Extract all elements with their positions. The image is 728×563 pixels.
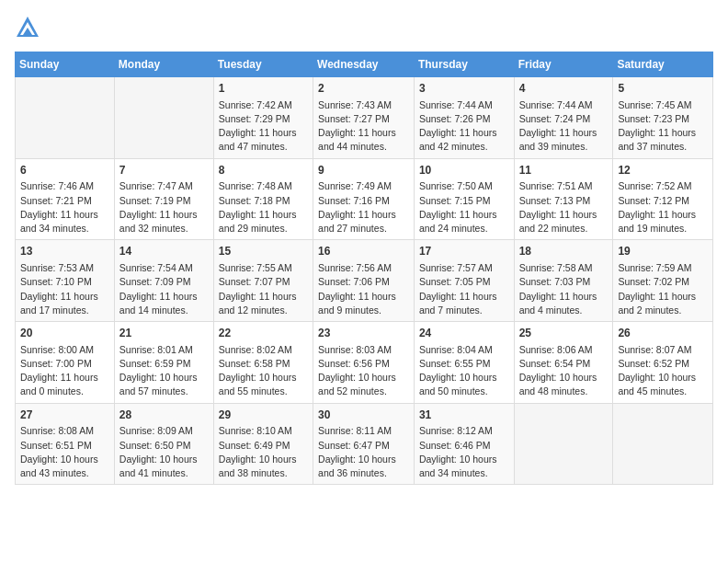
logo-icon xyxy=(15,15,40,40)
day-number: 14 xyxy=(119,244,209,259)
calendar-cell: 23Sunrise: 8:03 AM Sunset: 6:56 PM Dayli… xyxy=(313,322,415,404)
calendar-cell: 24Sunrise: 8:04 AM Sunset: 6:55 PM Dayli… xyxy=(414,322,514,404)
day-info: Sunrise: 7:43 AM Sunset: 7:27 PM Dayligh… xyxy=(318,98,409,155)
calendar-cell: 17Sunrise: 7:57 AM Sunset: 7:05 PM Dayli… xyxy=(414,240,514,322)
logo xyxy=(15,15,44,40)
calendar-cell: 30Sunrise: 8:11 AM Sunset: 6:47 PM Dayli… xyxy=(313,403,415,485)
calendar-week-row: 1Sunrise: 7:42 AM Sunset: 7:29 PM Daylig… xyxy=(16,77,713,159)
calendar-day-header: Saturday xyxy=(613,52,713,77)
calendar-header-row: SundayMondayTuesdayWednesdayThursdayFrid… xyxy=(16,52,713,77)
day-info: Sunrise: 7:49 AM Sunset: 7:16 PM Dayligh… xyxy=(318,179,409,236)
day-number: 24 xyxy=(419,326,509,341)
day-info: Sunrise: 7:57 AM Sunset: 7:05 PM Dayligh… xyxy=(419,261,509,317)
day-info: Sunrise: 8:01 AM Sunset: 6:59 PM Dayligh… xyxy=(119,343,209,399)
day-number: 16 xyxy=(318,244,409,259)
day-info: Sunrise: 7:59 AM Sunset: 7:02 PM Dayligh… xyxy=(618,261,708,317)
calendar-cell: 8Sunrise: 7:48 AM Sunset: 7:18 PM Daylig… xyxy=(213,158,313,240)
calendar-cell xyxy=(514,403,613,485)
calendar-cell xyxy=(613,403,713,485)
calendar-cell: 25Sunrise: 8:06 AM Sunset: 6:54 PM Dayli… xyxy=(514,322,613,404)
day-number: 7 xyxy=(119,163,209,178)
day-number: 12 xyxy=(618,163,708,178)
day-number: 17 xyxy=(419,244,509,259)
day-number: 11 xyxy=(519,163,609,178)
calendar-cell: 16Sunrise: 7:56 AM Sunset: 7:06 PM Dayli… xyxy=(313,240,415,322)
day-info: Sunrise: 7:53 AM Sunset: 7:10 PM Dayligh… xyxy=(20,261,109,317)
day-number: 21 xyxy=(119,326,209,341)
day-info: Sunrise: 8:03 AM Sunset: 6:56 PM Dayligh… xyxy=(318,343,409,399)
day-number: 20 xyxy=(20,326,109,341)
day-info: Sunrise: 7:42 AM Sunset: 7:29 PM Dayligh… xyxy=(219,98,308,155)
day-info: Sunrise: 8:00 AM Sunset: 7:00 PM Dayligh… xyxy=(20,343,109,399)
calendar-cell: 6Sunrise: 7:46 AM Sunset: 7:21 PM Daylig… xyxy=(16,158,115,240)
day-info: Sunrise: 7:50 AM Sunset: 7:15 PM Dayligh… xyxy=(419,179,509,236)
calendar-week-row: 27Sunrise: 8:08 AM Sunset: 6:51 PM Dayli… xyxy=(16,403,713,485)
day-info: Sunrise: 7:54 AM Sunset: 7:09 PM Dayligh… xyxy=(119,261,209,317)
day-info: Sunrise: 7:44 AM Sunset: 7:24 PM Dayligh… xyxy=(519,98,609,155)
calendar-cell: 4Sunrise: 7:44 AM Sunset: 7:24 PM Daylig… xyxy=(514,77,613,159)
calendar-week-row: 13Sunrise: 7:53 AM Sunset: 7:10 PM Dayli… xyxy=(16,240,713,322)
day-number: 9 xyxy=(318,163,409,178)
day-number: 2 xyxy=(318,81,409,97)
calendar-cell: 7Sunrise: 7:47 AM Sunset: 7:19 PM Daylig… xyxy=(114,158,213,240)
day-number: 5 xyxy=(618,81,708,97)
day-number: 29 xyxy=(219,408,308,423)
calendar-cell: 19Sunrise: 7:59 AM Sunset: 7:02 PM Dayli… xyxy=(613,240,713,322)
calendar-cell: 22Sunrise: 8:02 AM Sunset: 6:58 PM Dayli… xyxy=(213,322,313,404)
calendar-cell: 2Sunrise: 7:43 AM Sunset: 7:27 PM Daylig… xyxy=(313,77,415,159)
day-info: Sunrise: 8:09 AM Sunset: 6:50 PM Dayligh… xyxy=(119,424,209,480)
calendar-cell: 14Sunrise: 7:54 AM Sunset: 7:09 PM Dayli… xyxy=(114,240,213,322)
calendar-cell: 9Sunrise: 7:49 AM Sunset: 7:16 PM Daylig… xyxy=(313,158,415,240)
day-info: Sunrise: 7:51 AM Sunset: 7:13 PM Dayligh… xyxy=(519,179,609,236)
day-number: 3 xyxy=(419,81,509,97)
calendar-cell xyxy=(114,77,213,159)
day-number: 19 xyxy=(618,244,708,259)
day-number: 13 xyxy=(20,244,109,259)
calendar-day-header: Thursday xyxy=(414,52,514,77)
calendar-cell: 15Sunrise: 7:55 AM Sunset: 7:07 PM Dayli… xyxy=(213,240,313,322)
calendar-day-header: Sunday xyxy=(16,52,115,77)
day-info: Sunrise: 8:11 AM Sunset: 6:47 PM Dayligh… xyxy=(318,424,409,480)
calendar-cell: 28Sunrise: 8:09 AM Sunset: 6:50 PM Dayli… xyxy=(114,403,213,485)
calendar-cell: 12Sunrise: 7:52 AM Sunset: 7:12 PM Dayli… xyxy=(613,158,713,240)
calendar-cell: 10Sunrise: 7:50 AM Sunset: 7:15 PM Dayli… xyxy=(414,158,514,240)
day-info: Sunrise: 7:46 AM Sunset: 7:21 PM Dayligh… xyxy=(20,179,109,236)
day-number: 15 xyxy=(219,244,308,259)
day-number: 8 xyxy=(219,163,308,178)
day-info: Sunrise: 7:55 AM Sunset: 7:07 PM Dayligh… xyxy=(219,261,308,317)
day-info: Sunrise: 8:06 AM Sunset: 6:54 PM Dayligh… xyxy=(519,343,609,399)
day-number: 31 xyxy=(419,408,509,423)
day-info: Sunrise: 8:08 AM Sunset: 6:51 PM Dayligh… xyxy=(20,424,109,480)
day-info: Sunrise: 8:04 AM Sunset: 6:55 PM Dayligh… xyxy=(419,343,509,399)
calendar-cell: 18Sunrise: 7:58 AM Sunset: 7:03 PM Dayli… xyxy=(514,240,613,322)
calendar-cell: 31Sunrise: 8:12 AM Sunset: 6:46 PM Dayli… xyxy=(414,403,514,485)
calendar-table: SundayMondayTuesdayWednesdayThursdayFrid… xyxy=(15,52,713,485)
day-number: 27 xyxy=(20,408,109,423)
day-number: 28 xyxy=(119,408,209,423)
day-number: 10 xyxy=(419,163,509,178)
calendar-cell: 1Sunrise: 7:42 AM Sunset: 7:29 PM Daylig… xyxy=(213,77,313,159)
day-info: Sunrise: 8:10 AM Sunset: 6:49 PM Dayligh… xyxy=(219,424,308,480)
calendar-day-header: Monday xyxy=(114,52,213,77)
day-info: Sunrise: 8:07 AM Sunset: 6:52 PM Dayligh… xyxy=(618,343,708,399)
calendar-cell: 26Sunrise: 8:07 AM Sunset: 6:52 PM Dayli… xyxy=(613,322,713,404)
calendar-body: 1Sunrise: 7:42 AM Sunset: 7:29 PM Daylig… xyxy=(16,77,713,485)
calendar-cell: 13Sunrise: 7:53 AM Sunset: 7:10 PM Dayli… xyxy=(16,240,115,322)
calendar-week-row: 20Sunrise: 8:00 AM Sunset: 7:00 PM Dayli… xyxy=(16,322,713,404)
day-info: Sunrise: 7:45 AM Sunset: 7:23 PM Dayligh… xyxy=(618,98,708,155)
day-info: Sunrise: 7:48 AM Sunset: 7:18 PM Dayligh… xyxy=(219,179,308,236)
calendar-day-header: Wednesday xyxy=(313,52,415,77)
calendar-cell: 5Sunrise: 7:45 AM Sunset: 7:23 PM Daylig… xyxy=(613,77,713,159)
day-number: 22 xyxy=(219,326,308,341)
day-info: Sunrise: 8:12 AM Sunset: 6:46 PM Dayligh… xyxy=(419,424,509,480)
day-number: 1 xyxy=(219,81,308,97)
calendar-day-header: Tuesday xyxy=(213,52,313,77)
calendar-cell: 27Sunrise: 8:08 AM Sunset: 6:51 PM Dayli… xyxy=(16,403,115,485)
day-number: 23 xyxy=(318,326,409,341)
calendar-day-header: Friday xyxy=(514,52,613,77)
calendar-cell: 21Sunrise: 8:01 AM Sunset: 6:59 PM Dayli… xyxy=(114,322,213,404)
day-info: Sunrise: 7:44 AM Sunset: 7:26 PM Dayligh… xyxy=(419,98,509,155)
calendar-cell: 29Sunrise: 8:10 AM Sunset: 6:49 PM Dayli… xyxy=(213,403,313,485)
day-number: 30 xyxy=(318,408,409,423)
day-number: 6 xyxy=(20,163,109,178)
